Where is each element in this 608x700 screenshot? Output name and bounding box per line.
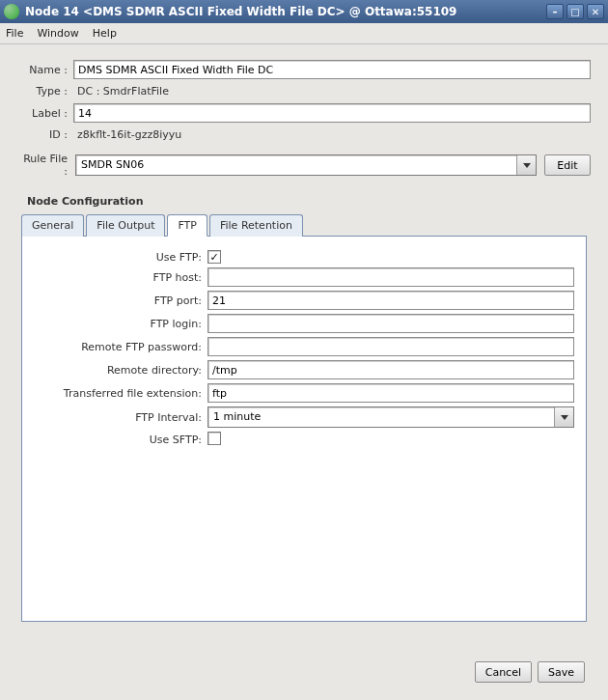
- name-label: Name :: [17, 64, 73, 76]
- label-label: Label :: [17, 107, 73, 120]
- ftp-port-label: FTP port:: [34, 294, 207, 307]
- rulefile-value: SMDR SN06: [76, 155, 516, 175]
- rulefile-combo[interactable]: SMDR SN06: [75, 154, 537, 176]
- ftp-panel: Use FTP: FTP host: FTP port: FTP login: …: [21, 236, 587, 622]
- tab-bar: General File Output FTP File Retention: [21, 214, 587, 237]
- ftp-login-field[interactable]: [207, 314, 574, 333]
- chevron-down-icon[interactable]: [554, 407, 573, 427]
- menu-file[interactable]: File: [6, 27, 23, 40]
- tab-file-output[interactable]: File Output: [86, 214, 165, 237]
- tab-file-retention[interactable]: File Retention: [209, 214, 303, 237]
- ftp-host-field[interactable]: [207, 267, 574, 287]
- title-bar: Node 14 <DMS SDMR ASCII Fixed Width File…: [0, 0, 608, 23]
- use-ftp-checkbox[interactable]: [207, 250, 221, 264]
- close-button[interactable]: ✕: [587, 4, 604, 19]
- chevron-down-icon[interactable]: [516, 155, 536, 175]
- tab-general[interactable]: General: [21, 214, 84, 237]
- ext-label: Transferred file extension:: [34, 387, 207, 400]
- use-sftp-label: Use SFTP:: [34, 434, 207, 446]
- cancel-button[interactable]: Cancel: [475, 661, 532, 683]
- ftp-password-label: Remote FTP password:: [34, 341, 207, 353]
- ftp-port-field[interactable]: [207, 291, 574, 310]
- name-field[interactable]: [73, 60, 591, 79]
- id-label: ID :: [17, 128, 73, 141]
- ftp-password-field[interactable]: [207, 337, 574, 356]
- remote-dir-field[interactable]: [207, 360, 574, 379]
- interval-label: FTP Interval:: [34, 411, 207, 424]
- maximize-button[interactable]: □: [567, 4, 584, 19]
- type-value: DC : SmdrFlatFile: [73, 85, 591, 98]
- rulefile-label: Rule File :: [17, 153, 68, 178]
- use-ftp-label: Use FTP:: [34, 251, 207, 264]
- ext-field[interactable]: [207, 383, 574, 403]
- save-button[interactable]: Save: [538, 661, 585, 683]
- label-field[interactable]: [73, 103, 591, 123]
- menu-help[interactable]: Help: [93, 27, 117, 40]
- minimize-button[interactable]: –: [546, 4, 564, 19]
- type-label: Type :: [17, 85, 73, 98]
- menu-bar: File Window Help: [0, 23, 608, 44]
- menu-window[interactable]: Window: [37, 27, 78, 40]
- tab-ftp[interactable]: FTP: [167, 214, 207, 237]
- interval-combo[interactable]: 1 minute: [207, 406, 574, 428]
- app-icon: [4, 4, 19, 19]
- ftp-login-label: FTP login:: [34, 318, 207, 330]
- id-value: z8kflt-16it-gzz8iyyu: [73, 128, 591, 141]
- window-title: Node 14 <DMS SDMR ASCII Fixed Width File…: [25, 5, 546, 18]
- ftp-host-label: FTP host:: [34, 271, 207, 284]
- edit-button[interactable]: Edit: [544, 154, 591, 176]
- section-title: Node Configuration: [27, 195, 591, 208]
- use-sftp-checkbox[interactable]: [207, 432, 221, 445]
- remote-dir-label: Remote directory:: [34, 364, 207, 377]
- interval-value: 1 minute: [208, 407, 554, 427]
